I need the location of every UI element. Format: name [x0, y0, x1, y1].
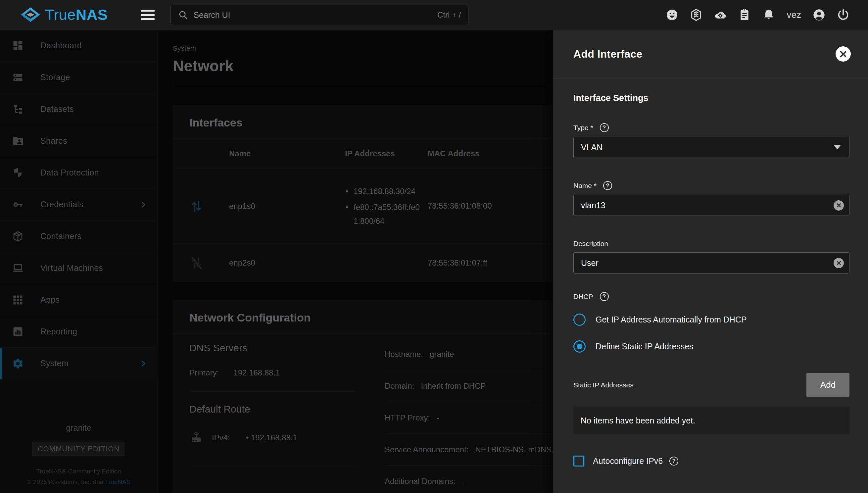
- autoconfigure-ipv6-row: Autoconfigure IPv6 ?: [573, 456, 849, 467]
- radio-dhcp-auto[interactable]: Get IP Address Automatically from DHCP: [573, 314, 849, 326]
- jobs-clipboard-icon[interactable]: [737, 7, 752, 22]
- user-avatar-icon[interactable]: [811, 7, 827, 22]
- description-field[interactable]: [574, 253, 849, 273]
- description-label: Description: [573, 240, 608, 248]
- help-icon[interactable]: ?: [669, 456, 678, 466]
- empty-message: No items have been added yet.: [581, 416, 695, 426]
- truenas-connect-cloud-icon[interactable]: [713, 7, 728, 22]
- search-icon: [178, 10, 188, 20]
- radio-checked-icon: [573, 340, 586, 352]
- radio-unchecked-icon: [573, 314, 586, 326]
- type-select[interactable]: VLAN: [573, 137, 849, 158]
- menu-hamburger-icon[interactable]: [141, 10, 155, 20]
- truenas-logo[interactable]: TrueNAS: [21, 5, 108, 25]
- name-field-wrap: [573, 195, 849, 216]
- clear-icon[interactable]: [833, 200, 844, 211]
- name-field[interactable]: [574, 195, 849, 216]
- name-label: Name *: [573, 182, 596, 190]
- checkbox-unchecked-icon[interactable]: [573, 456, 584, 467]
- global-search: Ctrl + /: [171, 5, 469, 25]
- username[interactable]: vez: [785, 9, 802, 20]
- search-shortcut: Ctrl + /: [437, 10, 461, 20]
- type-select-value: VLAN: [581, 143, 603, 152]
- static-ips-label: Static IP Addresses: [573, 381, 634, 389]
- alerts-bell-icon[interactable]: [761, 7, 776, 22]
- help-icon[interactable]: ?: [603, 181, 612, 190]
- close-icon[interactable]: [836, 46, 851, 62]
- topbar-actions: vez: [665, 7, 868, 22]
- help-icon[interactable]: ?: [600, 292, 609, 301]
- interface-settings-heading: Interface Settings: [573, 93, 849, 103]
- feedback-smiley-icon[interactable]: [665, 7, 680, 22]
- radio-static-ip[interactable]: Define Static IP Addresses: [573, 340, 849, 352]
- truenas-logo-icon: [21, 5, 40, 25]
- search-input[interactable]: [193, 10, 437, 20]
- truenas-app: TrueNAS Ctrl + /: [0, 0, 868, 493]
- clear-icon[interactable]: [833, 258, 844, 268]
- add-static-ip-button[interactable]: Add: [806, 373, 849, 396]
- topbar: TrueNAS Ctrl + /: [0, 0, 868, 30]
- power-icon[interactable]: [836, 7, 851, 22]
- autoconfigure-ipv6-label: Autoconfigure IPv6: [593, 456, 663, 466]
- dhcp-label: DHCP: [573, 293, 593, 301]
- static-ips-empty-box: No items have been added yet.: [573, 407, 849, 434]
- type-label: Type *: [573, 124, 593, 132]
- description-field-wrap: [573, 252, 849, 274]
- chevron-down-icon: [834, 145, 841, 149]
- truenas-logo-text: TrueNAS: [45, 6, 108, 23]
- add-interface-panel: Add Interface Interface Settings Type * …: [553, 30, 868, 493]
- panel-title: Add Interface: [573, 48, 642, 60]
- ix-stack-icon[interactable]: [689, 7, 704, 22]
- help-icon[interactable]: ?: [600, 123, 609, 132]
